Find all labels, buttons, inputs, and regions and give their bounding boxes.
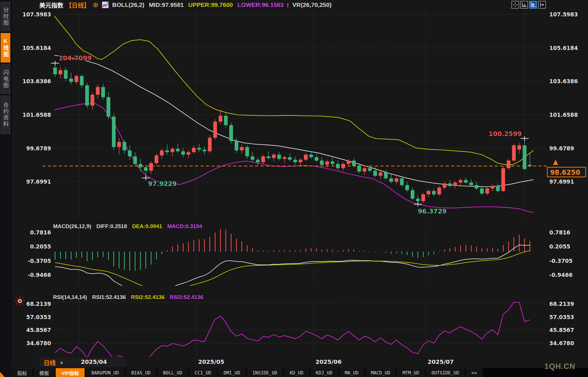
candle-body — [357, 166, 361, 172]
candle-body — [235, 141, 238, 150]
boll-upper-value: UPPER:99.7600 — [188, 1, 233, 8]
sidebar-item-0[interactable]: 分时图 — [1, 2, 10, 31]
indicator-tab-mtmud[interactable]: MTM_UD — [397, 368, 425, 377]
rsi-axis-label-left: 34.6780 — [26, 340, 51, 346]
chart-canvas[interactable]: 104.709997.922996.3729100.2599107.598310… — [0, 0, 588, 377]
sidebar-item-3[interactable]: 合约资料 — [1, 96, 10, 134]
candle-body — [256, 160, 260, 162]
indicator-tab-barupdnud[interactable]: BARUPDN_UD — [85, 368, 124, 377]
alert-burst-icon[interactable] — [15, 296, 25, 307]
macd-axis-label-left: 0.2055 — [30, 243, 51, 250]
candle-body — [469, 182, 473, 185]
candle-body — [133, 156, 137, 164]
candle-body — [171, 149, 174, 152]
add-indicator-icon[interactable]: ⊕ — [93, 1, 98, 8]
indicator-tab-kdud[interactable]: KD_UD — [284, 368, 309, 377]
candle-body — [155, 156, 158, 163]
extreme-marker — [51, 61, 59, 65]
candle-body — [272, 155, 276, 158]
candle-body — [293, 160, 297, 162]
sidebar-item-2[interactable]: 闪电图 — [1, 64, 10, 94]
candle-body — [219, 116, 222, 122]
macd-dea-line — [55, 250, 530, 290]
date-axis: 日线 ▲ 2025/042025/052025/062025/07 — [11, 357, 588, 368]
rsi2-value: RSI2:52.4136 — [131, 294, 165, 300]
rsi3-value: RSI3:52.4136 — [170, 294, 203, 300]
vr-label: VR(26,70,250) — [292, 1, 332, 8]
indicator-tab-outsideud[interactable]: OUTSIDE_UD — [426, 368, 465, 377]
candle-body — [528, 165, 532, 166]
indicator-tab-bollud[interactable]: BOLL_UD — [157, 368, 188, 377]
indicator-tab-insideud[interactable]: INSIDE_UD — [247, 368, 283, 377]
indicator-tab-vip[interactable]: VIP指标 — [56, 368, 85, 377]
macd-diff-value: DIFF:0.2518 — [96, 223, 127, 230]
date-label: 2025/05 — [198, 358, 224, 365]
candle-body — [91, 95, 94, 106]
boll-upper-line — [54, 16, 534, 165]
candle-body — [277, 155, 281, 159]
indicator-tab-[interactable]: >> — [466, 368, 483, 377]
candle-body — [384, 172, 388, 178]
macd-macd-value: MACD:0.3154 — [167, 223, 202, 230]
right-margin-icon[interactable] — [538, 1, 546, 9]
price-axis-label-right: 107.5983 — [549, 11, 578, 18]
candle-body — [128, 150, 132, 156]
candle-body — [421, 195, 425, 201]
rsi-axis-label-left: 57.0353 — [26, 314, 51, 320]
candle-body — [427, 191, 431, 195]
toolbar — [511, 1, 546, 9]
sidebar-item-1[interactable]: K线图 — [1, 33, 10, 63]
candle-body — [448, 183, 452, 186]
candle-body — [96, 87, 100, 95]
candle-body — [411, 190, 414, 199]
candle-body — [336, 164, 340, 168]
rsi1-value: RSI1:52.4136 — [92, 294, 126, 300]
candle-body — [480, 188, 484, 194]
macd-dea-value: DEA:0.0941 — [132, 223, 162, 230]
indicator-tab-macdud[interactable]: MACD_UD — [365, 368, 396, 377]
rsi-axis-label-right: 57.0353 — [549, 314, 574, 320]
extreme-price-label: 104.7099 — [59, 55, 92, 62]
candle-body — [405, 185, 409, 190]
candle-body — [101, 87, 105, 97]
candle-body — [240, 147, 244, 151]
move-crosshair-icon[interactable] — [511, 1, 519, 9]
app-root: 104.709997.922996.3729100.2599107.598310… — [0, 0, 588, 377]
period-selector[interactable]: 日线 ▲ — [44, 358, 64, 367]
indicator-tab-biasud[interactable]: BIAS_UD — [126, 368, 156, 377]
date-label: 2025/04 — [81, 358, 107, 365]
symbol-name: 美元指数 — [39, 1, 63, 9]
indicator-tab-maud[interactable]: MA_UD — [339, 368, 364, 377]
chart-type-icon[interactable] — [102, 1, 109, 9]
candle-body — [368, 168, 372, 171]
corner-logo-wedge — [0, 372, 5, 377]
candle-body — [64, 70, 68, 78]
candle-body — [315, 157, 318, 161]
macd-axis-label-left: -0.3705 — [28, 258, 51, 264]
indicator-tab-cciud[interactable]: CCI_UD — [189, 368, 217, 377]
indicator-tab-[interactable]: 模板 — [34, 368, 55, 377]
indicator-tab-[interactable]: 指标 — [11, 368, 33, 377]
candle-body — [517, 145, 521, 150]
extreme-marker — [142, 176, 150, 180]
price-axis-label-right: 105.6184 — [549, 45, 578, 51]
candle-body — [437, 188, 441, 195]
boll-mid-value: MID:97.9581 — [149, 1, 184, 8]
candle-body — [496, 186, 500, 191]
watermark: 1QH.CN — [544, 362, 575, 371]
candle-body — [203, 149, 206, 151]
auto-scale-play-icon[interactable] — [529, 1, 537, 9]
candle-body — [187, 152, 190, 155]
candles — [53, 63, 532, 204]
extreme-marker — [521, 136, 529, 141]
period-tag[interactable]: 【日线】 — [66, 1, 90, 9]
candle-body — [363, 168, 366, 172]
candle-body — [117, 142, 121, 147]
indicator-tab-dmiud[interactable]: DMI_UD — [218, 368, 246, 377]
rsi-header: RSI(14,14,14) RSI1:52.4136 RSI2:52.4136 … — [53, 294, 209, 301]
rsi-axis-label-right: 68.2139 — [549, 301, 574, 307]
rsi-line — [55, 302, 530, 362]
axis-scale-icon[interactable] — [520, 1, 528, 9]
indicator-tab-kdjud[interactable]: KDJ_UD — [310, 368, 338, 377]
candle-body — [176, 149, 180, 151]
